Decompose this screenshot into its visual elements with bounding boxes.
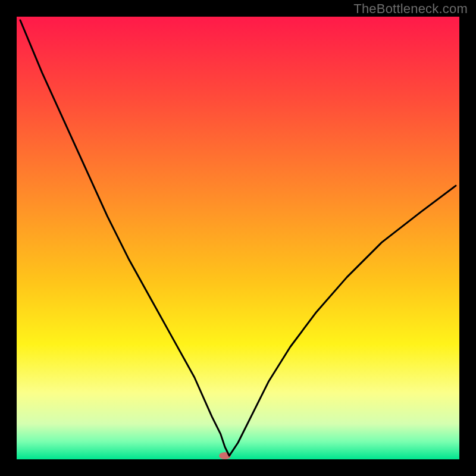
chart-frame: TheBottleneck.com xyxy=(0,0,476,476)
watermark-text: TheBottleneck.com xyxy=(353,1,468,17)
bottleneck-chart xyxy=(0,0,476,476)
chart-background xyxy=(17,17,459,459)
